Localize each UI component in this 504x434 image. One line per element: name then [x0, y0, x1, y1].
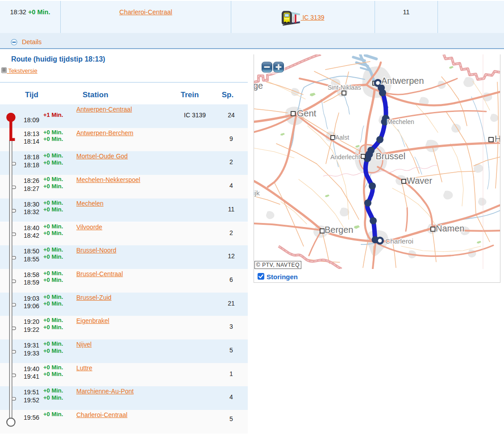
- svg-text:Bergen: Bergen: [325, 225, 354, 235]
- svg-text:Sint-Niklaas: Sint-Niklaas: [328, 84, 361, 91]
- svg-text:ijk: ijk: [254, 189, 260, 197]
- svg-text:Brussel: Brussel: [376, 151, 406, 161]
- svg-text:Aalst: Aalst: [335, 134, 349, 141]
- svg-text:Anderlecht: Anderlecht: [330, 153, 360, 161]
- svg-text:Waver: Waver: [407, 176, 432, 186]
- svg-text:Charleroi: Charleroi: [385, 237, 413, 245]
- svg-text:ge: ge: [254, 81, 263, 91]
- svg-text:Namen: Namen: [436, 223, 464, 233]
- svg-text:Gent: Gent: [297, 108, 317, 118]
- svg-text:H: H: [495, 134, 500, 144]
- svg-text:Mechelen: Mechelen: [387, 118, 414, 125]
- svg-text:Antwerpen: Antwerpen: [381, 76, 424, 86]
